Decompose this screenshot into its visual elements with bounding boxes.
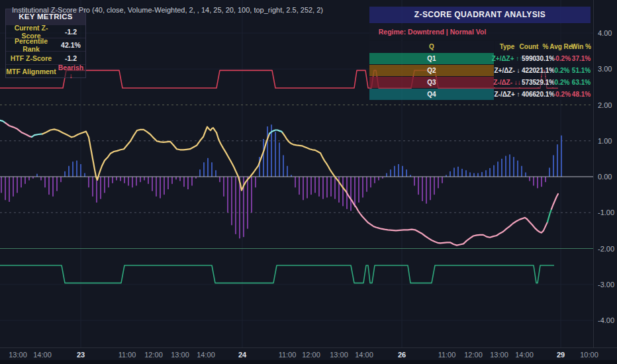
histogram-bar-negative	[223, 177, 224, 197]
histogram-bar-positive	[386, 173, 387, 177]
time-tick: 14:00	[355, 351, 373, 359]
histogram-bar-negative	[21, 177, 22, 187]
histogram-bar-positive	[72, 161, 73, 177]
time-tick: 13:00	[330, 351, 348, 359]
histogram-bar-negative	[40, 177, 42, 180]
histogram-bar-negative	[326, 177, 328, 197]
histogram-bar-negative	[322, 177, 324, 199]
time-tick: 11:00	[438, 351, 456, 359]
histogram-bar-positive	[283, 155, 284, 177]
histogram-bar-negative	[92, 177, 93, 197]
metric-label: Percentile Rank	[6, 37, 56, 53]
histogram-bar-positive	[267, 126, 268, 177]
quadrant-win-pct: 51.1%	[572, 65, 591, 76]
histogram-bar-positive	[553, 155, 554, 177]
histogram-bar-negative	[374, 177, 375, 183]
histogram-bar-negative	[191, 177, 193, 186]
time-tick: 13:00	[9, 351, 27, 359]
histogram-bar-negative	[342, 177, 344, 206]
time-tick: 11:00	[119, 351, 136, 359]
histogram-bar-negative	[48, 177, 50, 195]
time-tick: 14:00	[33, 351, 52, 359]
histogram-bar-negative	[156, 177, 157, 197]
time-tick: 12:00	[464, 351, 483, 359]
histogram-bar-positive	[390, 169, 391, 177]
histogram-bar-negative	[227, 177, 228, 212]
quadrant-analysis-table: Z-SCORE QUADRANT ANALYSIS Regime: Downtr…	[369, 7, 591, 100]
zscore-line-segment	[346, 192, 547, 246]
histogram-bar-negative	[152, 177, 153, 191]
histogram-bar-negative	[17, 177, 18, 193]
histogram-bar-negative	[179, 177, 181, 181]
histogram-bar-negative	[418, 177, 419, 195]
histogram-bar-negative	[167, 177, 169, 189]
price-axis-border	[593, 0, 594, 347]
metric-value: -1.2	[56, 28, 85, 36]
time-tick: 11:00	[279, 351, 297, 359]
histogram-bar-negative	[438, 177, 439, 188]
column-header-avgret: Avg Ret	[553, 41, 571, 52]
metric-label: MTF Alignment	[6, 68, 56, 75]
price-tick: 3.00	[598, 65, 612, 73]
histogram-bar-positive	[263, 139, 264, 177]
histogram-bar-positive	[211, 162, 213, 177]
quadrant-type: Z-/ΔZ- ↓↓	[495, 77, 519, 88]
quadrant-type: Z+/ΔZ- ↓	[495, 65, 519, 76]
histogram-bar-negative	[104, 177, 105, 193]
histogram-bar-positive	[68, 166, 70, 177]
price-tick: -1.00	[598, 208, 614, 216]
histogram-bar-negative	[24, 177, 26, 184]
indicator-legend-title[interactable]: Institutional Z-Score Pro (40, close, Vo…	[12, 6, 323, 14]
regime-status: Regime: Downtrend | Normal Vol	[369, 24, 591, 40]
metric-value: -1.2	[56, 54, 85, 62]
histogram-bar-negative	[299, 177, 300, 195]
histogram-bar-negative	[541, 177, 542, 187]
histogram-bar-negative	[100, 177, 101, 199]
histogram-bar-positive	[199, 169, 201, 177]
histogram-bar-positive	[457, 167, 459, 177]
histogram-bar-negative	[175, 177, 177, 179]
histogram-bar-positive	[485, 170, 487, 177]
histogram-bar-negative	[140, 177, 141, 182]
quadrant-win-pct: 37.1%	[572, 53, 591, 64]
histogram-bar-negative	[247, 177, 248, 229]
histogram-bar-negative	[426, 177, 427, 204]
histogram-bar-positive	[489, 168, 491, 177]
metric-label: HTF Z-Score	[6, 54, 56, 62]
zscore-line-segment	[5, 123, 32, 137]
column-header-count: Count	[520, 41, 538, 52]
histogram-bar-positive	[493, 165, 495, 177]
histogram-bar-negative	[354, 177, 356, 207]
histogram-bar-positive	[80, 164, 81, 177]
quadrant-band-label: Q1	[369, 53, 494, 64]
histogram-bar-negative	[251, 177, 252, 212]
histogram-bar-positive	[453, 167, 455, 177]
quadrant-type: Z-/ΔZ+ ↑	[495, 89, 519, 100]
zscore-line-segment	[547, 209, 551, 222]
histogram-bar-positive	[521, 166, 522, 177]
time-tick: 12:00	[302, 351, 320, 359]
histogram-bar-negative	[378, 177, 379, 180]
zscore-line-segment	[32, 134, 42, 136]
quadrant-pct: 30.1%	[539, 53, 552, 64]
histogram-bar-negative	[231, 177, 232, 225]
histogram-bar-negative	[183, 177, 185, 187]
histogram-bar-negative	[120, 177, 121, 181]
histogram-bar-negative	[9, 177, 10, 202]
quadrant-avg-ret: -0.2%	[553, 53, 571, 64]
zscore-line-segment	[0, 120, 5, 123]
metric-row: HTF Z-Score -1.2	[6, 51, 85, 64]
histogram-bar-positive	[481, 172, 483, 177]
histogram-bar-negative	[310, 177, 312, 195]
quadrant-type: Z+/ΔZ+ ↑↑	[495, 53, 519, 64]
quadrant-win-pct: 48.1%	[572, 89, 591, 100]
histogram-bar-negative	[128, 177, 129, 186]
time-tick: 29	[557, 351, 565, 359]
histogram-bar-positive	[465, 170, 467, 177]
histogram-bar-negative	[529, 177, 530, 181]
histogram-bar-negative	[88, 177, 89, 187]
time-axis-border	[0, 347, 617, 348]
histogram-bar-positive	[394, 166, 395, 177]
quadrant-count: 5990	[520, 53, 538, 64]
histogram-bar-negative	[434, 177, 435, 195]
